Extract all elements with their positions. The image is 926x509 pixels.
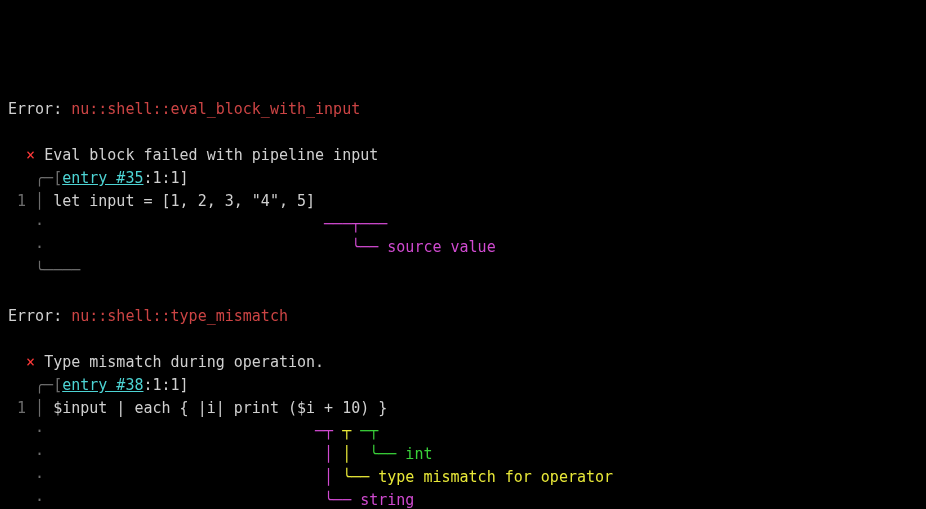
frame-bottom: ╰──── [8, 261, 80, 279]
conn-2a: │ [44, 468, 342, 486]
conn-3: ╰── [44, 491, 360, 509]
caret-1: ─┬ [44, 422, 342, 440]
gutter-dot: · [8, 215, 44, 233]
caret: ───┬─── [44, 215, 387, 233]
error-code: nu::shell::type_mismatch [71, 307, 288, 325]
error-prefix: Error: [8, 307, 62, 325]
gutter-dot: · [8, 238, 44, 256]
entry-rest: :1:1] [143, 376, 188, 394]
line-number: 1 [8, 192, 35, 210]
error-code: nu::shell::eval_block_with_input [71, 100, 360, 118]
error-prefix: Error: [8, 100, 62, 118]
error-title: Eval block failed with pipeline input [44, 146, 378, 164]
entry-link[interactable]: entry #38 [62, 376, 143, 394]
conn-1b: │ [342, 445, 369, 463]
conn-1a: │ [44, 445, 342, 463]
error-marker-icon: × [26, 353, 35, 371]
error-title: Type mismatch during operation. [44, 353, 324, 371]
gutter-dot: · [8, 445, 44, 463]
label-conn: ╰── [44, 238, 387, 256]
source-line: let input = [1, 2, 3, "4", 5] [53, 192, 315, 210]
line-number: 1 [8, 399, 35, 417]
entry-link[interactable]: entry #35 [62, 169, 143, 187]
source-line: $input | each { |i| print ($i + 10) } [53, 399, 387, 417]
label-int: int [405, 445, 432, 463]
frame-top: ╭─[ [8, 376, 62, 394]
label-text: source value [387, 238, 495, 256]
error-marker-icon: × [26, 146, 35, 164]
caret-3: ─┬ [360, 422, 378, 440]
label-op: type mismatch for operator [378, 468, 613, 486]
entry-rest: :1:1] [143, 169, 188, 187]
conn-2b: ╰── [342, 468, 378, 486]
gutter-dot: · [8, 491, 44, 509]
gutter: │ [35, 192, 53, 210]
gutter-dot: · [8, 422, 44, 440]
caret-2: ┬ [342, 422, 360, 440]
gutter-dot: · [8, 468, 44, 486]
conn-1c: ╰── [369, 445, 405, 463]
gutter: │ [35, 399, 53, 417]
frame-top: ╭─[ [8, 169, 62, 187]
label-string: string [360, 491, 414, 509]
